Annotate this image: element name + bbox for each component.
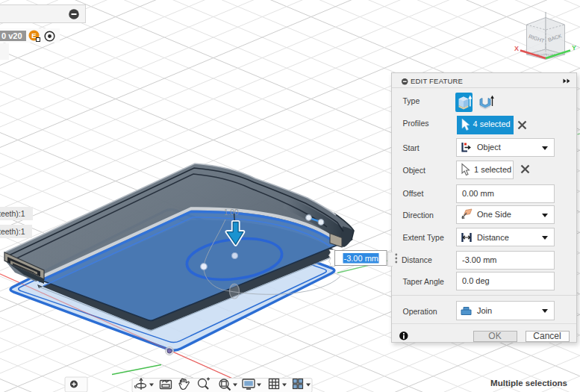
svg-text:Multiple selections: Multiple selections: [490, 379, 567, 388]
svg-text:-3.00 mm: -3.00 mm: [344, 254, 378, 263]
svg-text:E: E: [31, 31, 36, 40]
svg-text:Y: Y: [572, 44, 576, 52]
svg-text:1.00: 1.00: [224, 208, 239, 217]
svg-text:X: X: [514, 45, 519, 52]
